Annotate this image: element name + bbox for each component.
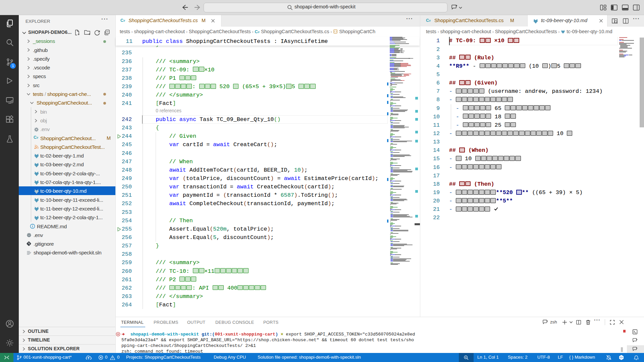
svg-text:C#: C# <box>620 356 623 359</box>
